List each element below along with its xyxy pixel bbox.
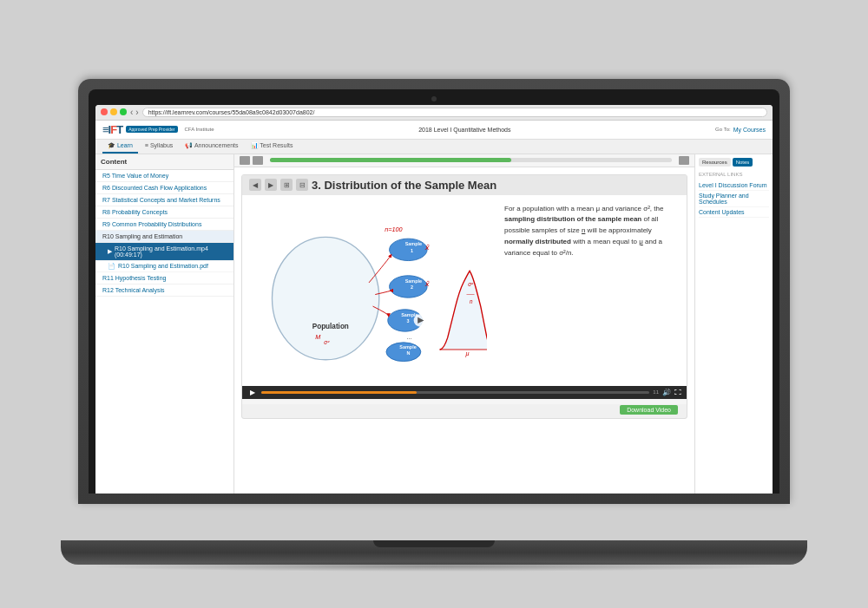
diagram-svg: Population M σ² n=100 <box>251 204 487 377</box>
forward-arrow[interactable]: › <box>135 108 138 117</box>
time-display: 11 <box>653 389 659 395</box>
pdf-file-icon: 📄 <box>108 263 115 270</box>
underline-n: n <box>582 226 585 234</box>
content-toolbar <box>234 154 694 167</box>
laptop-shadow <box>78 561 790 572</box>
camera <box>431 96 437 101</box>
sidebar-subitem-video[interactable]: ▶ R10 Sampling and Estimation.mp4 (00:49… <box>95 243 233 261</box>
notes-tab[interactable]: Notes <box>733 158 753 167</box>
fullscreen-icon[interactable]: ⛶ <box>674 389 681 396</box>
svg-text:──: ── <box>465 291 474 297</box>
goto-label: Go To: <box>715 127 731 132</box>
progress-fill <box>270 158 511 162</box>
svg-text:x̄: x̄ <box>424 243 430 251</box>
video-header: ◀ ▶ ⊞ ⊟ 3. Distribution of the Sample Me… <box>242 175 687 195</box>
sidebar-item-r10[interactable]: R10 Sampling and Estimation <box>95 231 233 243</box>
right-panel-tabs: Resources Notes <box>699 158 769 167</box>
sidebar-header: Content <box>95 154 233 170</box>
svg-text:2: 2 <box>411 284 413 290</box>
svg-text:σ²: σ² <box>324 338 330 344</box>
sidebar-item-r8[interactable]: R8 Probability Concepts <box>95 206 233 219</box>
svg-text:Sample: Sample <box>405 241 422 246</box>
grid-icon[interactable] <box>240 156 250 165</box>
prev-slide-btn[interactable]: ◀ <box>249 179 261 191</box>
svg-text:σ²: σ² <box>468 281 474 287</box>
laptop-base <box>61 540 807 565</box>
download-area: Download Video <box>242 399 687 404</box>
back-arrow[interactable]: ‹ <box>130 108 133 117</box>
lesson-content: ◀ ▶ ⊞ ⊟ 3. Distribution of the Sample Me… <box>234 167 694 494</box>
address-bar[interactable]: https://ift.learnrev.com/courses/55da08a… <box>142 108 767 117</box>
course-title: 2018 Level I Quantitative Methods <box>418 127 510 133</box>
lesson-title: 3. Distribution of the Sample Mean <box>312 179 680 192</box>
resources-tab[interactable]: Resources <box>699 158 731 167</box>
slide-visual: Population M σ² n=100 <box>242 195 496 386</box>
next-slide-btn[interactable]: ▶ <box>265 179 277 191</box>
volume-icon[interactable]: 🔊 <box>662 389 671 396</box>
minimize-btn[interactable] <box>110 108 117 115</box>
video-slide-area: Population M σ² n=100 <box>242 195 687 386</box>
underline-mu: μ <box>639 238 643 245</box>
svg-text:n: n <box>470 298 473 304</box>
maximize-btn[interactable] <box>120 108 127 115</box>
sidebar-item-r9[interactable]: R9 Common Probability Distributions <box>95 219 233 231</box>
play-btn[interactable]: ▶ <box>247 389 258 396</box>
cfa-label: CFA Institute <box>185 127 214 132</box>
ext-link-forum[interactable]: Level I Discussion Forum <box>699 180 769 191</box>
close-btn[interactable] <box>101 108 108 115</box>
nav-tabs: 🎓 Learn ≡ Syllabus 📢 Announcements 📊 Tes… <box>95 140 773 154</box>
svg-text:3: 3 <box>407 318 410 324</box>
my-courses-link[interactable]: My Courses <box>733 127 766 133</box>
video-container: ◀ ▶ ⊞ ⊟ 3. Distribution of the Sample Me… <box>241 174 687 419</box>
sidebar-item-r5[interactable]: R5 Time Value of Money <box>95 170 233 182</box>
ext-link-planner[interactable]: Study Planner and Schedules <box>699 191 769 207</box>
tab-syllabus[interactable]: ≡ Syllabus <box>140 140 179 153</box>
toolbar-icons <box>240 156 263 165</box>
compress-btn[interactable]: ⊟ <box>296 179 308 191</box>
tab-test-results[interactable]: 📊 Test Results <box>246 140 299 154</box>
ext-link-updates[interactable]: Content Updates <box>699 207 769 218</box>
sidebar: Content R5 Time Value of Money R6 Discou… <box>95 154 234 494</box>
svg-text:μ: μ <box>465 350 470 357</box>
sidebar-item-r6[interactable]: R6 Discounted Cash Flow Applications <box>95 182 233 194</box>
sidebar-subitem-pdf[interactable]: 📄 R10 Sampling and Estimation.pdf <box>95 261 233 272</box>
browser-nav: ‹ › <box>130 108 139 117</box>
list-icon[interactable] <box>253 156 263 165</box>
app-logo: ≡IFT <box>102 123 122 136</box>
browser-chrome: ‹ › https://ift.learnrev.com/courses/55d… <box>95 105 773 121</box>
slide-text-area: For a population with a mean μ and varia… <box>496 195 687 386</box>
video-file-icon: ▶ <box>108 248 112 255</box>
download-video-btn[interactable]: Download Video <box>620 405 678 415</box>
svg-text:...: ... <box>407 333 412 341</box>
svg-text:M: M <box>315 333 321 341</box>
browser-window: ‹ › https://ift.learnrev.com/courses/55d… <box>95 105 773 494</box>
bold-text-2: normally distributed <box>504 238 571 245</box>
video-controls: ▶ 11 🔊 ⛶ <box>242 386 687 399</box>
tab-learn[interactable]: 🎓 Learn <box>102 140 138 154</box>
app-header: ≡IFT Approved Prep Provider CFA Institut… <box>95 121 773 140</box>
seek-progress <box>261 391 417 394</box>
pdf-filename: R10 Sampling and Estimation.pdf <box>118 263 208 269</box>
bold-text-1: sampling distribution of the sample mean <box>504 215 641 223</box>
tab-announcements[interactable]: 📢 Announcements <box>180 140 243 154</box>
right-panel: Resources Notes EXTERNAL LINKS Level I D… <box>694 154 773 494</box>
seek-bar[interactable] <box>261 391 649 394</box>
external-links-title: EXTERNAL LINKS <box>699 172 769 177</box>
progress-bar <box>270 158 672 162</box>
svg-text:1: 1 <box>411 247 413 252</box>
sidebar-item-r12[interactable]: R12 Technical Analysis <box>95 284 233 297</box>
svg-text:n=100: n=100 <box>385 226 402 233</box>
settings-icon[interactable] <box>679 156 689 165</box>
sidebar-item-r7[interactable]: R7 Statistical Concepts and Market Retur… <box>95 194 233 206</box>
svg-text:x̄: x̄ <box>424 280 430 288</box>
svg-text:Sample: Sample <box>399 344 416 350</box>
main-content: Content R5 Time Value of Money R6 Discou… <box>95 154 773 494</box>
approved-badge: Approved Prep Provider <box>126 126 177 133</box>
diagram-area: Population M σ² n=100 <box>251 204 487 377</box>
video-filename: R10 Sampling and Estimation.mp4 (00:49:1… <box>115 245 221 258</box>
sidebar-item-r11[interactable]: R11 Hypothesis Testing <box>95 272 233 284</box>
svg-text:N: N <box>407 350 411 356</box>
content-panel: ◀ ▶ ⊞ ⊟ 3. Distribution of the Sample Me… <box>234 154 694 494</box>
browser-buttons <box>101 108 127 115</box>
expand-btn[interactable]: ⊞ <box>280 179 293 191</box>
